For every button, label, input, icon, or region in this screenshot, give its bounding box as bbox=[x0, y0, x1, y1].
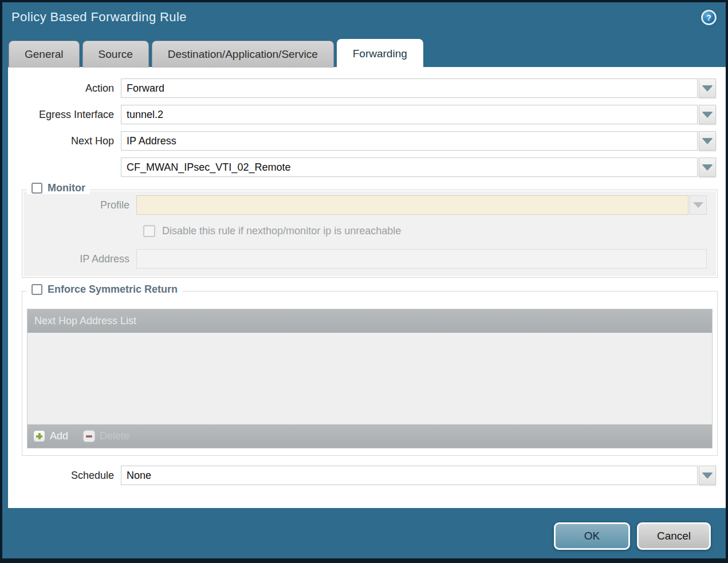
add-button-label: Add bbox=[50, 430, 68, 442]
enforce-symmetric-return-fieldset: Enforce Symmetric Return Next Hop Addres… bbox=[22, 291, 718, 456]
next-hop-address-list-header: Next Hop Address List bbox=[27, 309, 712, 333]
delete-icon bbox=[83, 430, 95, 442]
dialog-title: Policy Based Forwarding Rule bbox=[11, 10, 187, 25]
profile-row: Profile bbox=[23, 195, 716, 215]
add-icon bbox=[33, 430, 45, 442]
schedule-label: Schedule bbox=[8, 470, 121, 482]
chevron-down-icon bbox=[702, 138, 713, 144]
next-hop-address-list-table: Next Hop Address List Add Delete bbox=[27, 309, 713, 448]
enforce-symmetric-return-legend: Enforce Symmetric Return bbox=[27, 284, 182, 296]
monitor-fieldset: Monitor Profile Disable this rule if nex… bbox=[22, 190, 718, 278]
next-hop-address-row: CF_MWAN_IPsec_VTI_02_Remote bbox=[8, 158, 726, 177]
schedule-input[interactable]: None bbox=[121, 466, 698, 485]
enforce-symmetric-return-checkbox[interactable] bbox=[32, 284, 42, 295]
chevron-down-icon bbox=[702, 473, 713, 478]
help-icon[interactable]: ? bbox=[701, 10, 717, 25]
add-button[interactable]: Add bbox=[33, 430, 68, 442]
chevron-down-icon bbox=[693, 202, 703, 208]
dialog-titlebar: Policy Based Forwarding Rule ? bbox=[11, 10, 717, 25]
next-hop-address-dropdown-button[interactable] bbox=[699, 158, 716, 177]
monitor-panel: Profile Disable this rule if nexthop/mon… bbox=[23, 191, 716, 276]
profile-label: Profile bbox=[23, 199, 136, 211]
ok-button[interactable]: OK bbox=[554, 522, 630, 550]
delete-button-label: Delete bbox=[100, 430, 129, 442]
chevron-down-icon bbox=[702, 112, 713, 117]
next-hop-label: Next Hop bbox=[8, 135, 121, 147]
tab-general[interactable]: General bbox=[9, 41, 80, 68]
schedule-row: Schedule None bbox=[8, 466, 726, 485]
delete-button: Delete bbox=[83, 430, 129, 442]
next-hop-type-input[interactable]: IP Address bbox=[121, 131, 698, 151]
next-hop-address-input[interactable]: CF_MWAN_IPsec_VTI_02_Remote bbox=[121, 158, 698, 177]
monitor-ip-address-label: IP Address bbox=[23, 253, 136, 265]
action-row: Action Forward bbox=[8, 78, 726, 98]
next-hop-address-list-footer: Add Delete bbox=[27, 424, 712, 448]
tab-source[interactable]: Source bbox=[82, 41, 149, 68]
disable-rule-label: Disable this rule if nexthop/monitor ip … bbox=[162, 225, 401, 237]
profile-input bbox=[136, 195, 688, 215]
tab-destination-application-service[interactable]: Destination/Application/Service bbox=[152, 41, 334, 68]
enforce-symmetric-return-legend-label: Enforce Symmetric Return bbox=[48, 284, 178, 296]
schedule-dropdown-button[interactable] bbox=[699, 466, 716, 485]
monitor-legend: Monitor bbox=[27, 182, 90, 194]
monitor-ip-address-input bbox=[136, 249, 707, 269]
egress-interface-label: Egress Interface bbox=[8, 109, 121, 121]
disable-rule-checkbox bbox=[143, 225, 155, 237]
monitor-checkbox[interactable] bbox=[32, 183, 42, 194]
chevron-down-icon bbox=[702, 164, 713, 170]
monitor-legend-label: Monitor bbox=[48, 182, 85, 194]
egress-interface-dropdown-button[interactable] bbox=[699, 105, 716, 124]
next-hop-row: Next Hop IP Address bbox=[8, 131, 726, 151]
forwarding-tab-panel: Action Forward Egress Interface tunnel.2… bbox=[8, 67, 726, 508]
profile-dropdown-button bbox=[690, 195, 707, 215]
action-label: Action bbox=[8, 82, 121, 95]
disable-rule-row: Disable this rule if nexthop/monitor ip … bbox=[143, 223, 716, 239]
next-hop-type-dropdown-button[interactable] bbox=[699, 131, 716, 151]
cancel-button[interactable]: Cancel bbox=[637, 522, 711, 550]
action-dropdown-button[interactable] bbox=[699, 78, 716, 98]
next-hop-address-list-body[interactable] bbox=[27, 333, 712, 424]
tab-forwarding[interactable]: Forwarding bbox=[337, 39, 423, 68]
chevron-down-icon bbox=[702, 85, 713, 91]
egress-interface-row: Egress Interface tunnel.2 bbox=[8, 105, 726, 124]
action-input[interactable]: Forward bbox=[121, 78, 698, 98]
tab-bar: General Source Destination/Application/S… bbox=[9, 39, 423, 68]
monitor-ip-address-row: IP Address bbox=[23, 249, 716, 269]
egress-interface-input[interactable]: tunnel.2 bbox=[121, 105, 698, 124]
